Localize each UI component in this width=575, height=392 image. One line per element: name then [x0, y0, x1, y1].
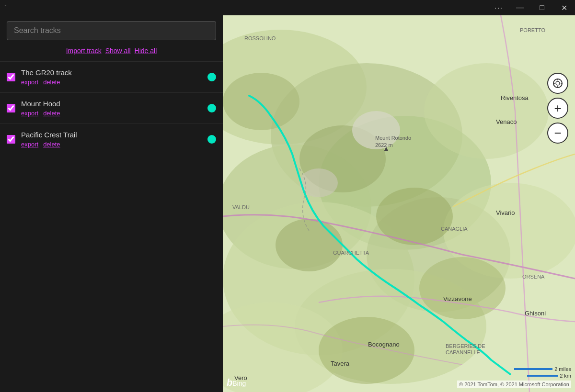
- svg-point-20: [556, 81, 560, 85]
- svg-point-4: [319, 116, 491, 250]
- map-place-label: BERGERIES DE: [446, 343, 485, 349]
- map-place-label: Tavera: [331, 360, 349, 367]
- map-place-label: ROSSOLINO: [244, 35, 276, 41]
- search-input[interactable]: [7, 21, 216, 40]
- track-name: Mount Hood: [21, 100, 202, 108]
- track-links: exportdelete: [21, 110, 202, 117]
- export-track-button[interactable]: export: [21, 141, 38, 148]
- titlebar: ˅ ··· — □ ✕: [0, 0, 575, 15]
- mountain-marker: ▲: [383, 145, 390, 152]
- svg-point-16: [319, 317, 414, 384]
- track-actions: Import track Show all Hide all: [0, 45, 223, 61]
- export-track-button[interactable]: export: [21, 78, 38, 86]
- import-track-button[interactable]: Import track: [66, 47, 102, 55]
- track-item: Pacific Crest Trailexportdelete: [0, 123, 223, 155]
- close-button[interactable]: ✕: [553, 0, 575, 15]
- zoom-in-button[interactable]: +: [547, 98, 568, 119]
- minimize-button[interactable]: —: [509, 0, 531, 15]
- map-place-label: Riventosa: [501, 94, 529, 101]
- svg-point-3: [223, 145, 371, 269]
- svg-point-17: [352, 111, 400, 149]
- track-links: exportdelete: [21, 78, 202, 86]
- map-place-label: Bocognano: [368, 341, 400, 348]
- track-name: The GR20 track: [21, 68, 202, 77]
- svg-point-13: [276, 219, 343, 271]
- svg-rect-0: [223, 15, 575, 392]
- delete-track-button[interactable]: delete: [43, 78, 60, 86]
- scale-km-label: 2 km: [560, 373, 571, 379]
- map-place-label: VALDU: [232, 204, 250, 210]
- delete-track-button[interactable]: delete: [43, 141, 60, 148]
- scale-miles-bar: [514, 368, 552, 370]
- bing-logo: bBing: [227, 377, 246, 388]
- track-checkbox[interactable]: [7, 135, 15, 144]
- track-color-dot: [207, 73, 216, 81]
- map-background: ROSSOLINOPORETTORiventosaVenacoMount Rot…: [223, 15, 575, 392]
- map-area: ROSSOLINOPORETTORiventosaVenacoMount Rot…: [223, 15, 575, 392]
- maximize-button[interactable]: □: [531, 0, 553, 15]
- scale-miles: 2 miles: [514, 366, 571, 372]
- main-content: Import track Show all Hide all The GR20 …: [0, 15, 575, 392]
- zoom-out-button[interactable]: −: [547, 123, 568, 144]
- svg-point-11: [223, 73, 299, 130]
- hide-all-button[interactable]: Hide all: [135, 47, 157, 55]
- svg-point-12: [299, 125, 386, 192]
- map-controls: + −: [547, 73, 568, 144]
- track-name: Pacific Crest Trail: [21, 131, 202, 139]
- show-all-button[interactable]: Show all: [105, 47, 131, 55]
- chevron-icon: ˅: [0, 4, 11, 11]
- map-place-label: ORSENA: [522, 274, 544, 280]
- track-info: Mount Hoodexportdelete: [21, 100, 202, 117]
- scale-km-bar: [527, 375, 558, 377]
- map-place-label: PORETTO: [520, 27, 545, 33]
- map-attribution: © 2021 TomTom, © 2021 Microsoft Corporat…: [457, 381, 571, 388]
- svg-point-5: [223, 202, 414, 355]
- map-place-label: Ghisoni: [525, 310, 546, 317]
- svg-point-18: [299, 168, 338, 197]
- scale-km: 2 km: [527, 373, 571, 379]
- delete-track-button[interactable]: delete: [43, 110, 60, 117]
- map-place-label: CAPANNELLE: [446, 349, 480, 355]
- svg-point-7: [424, 63, 549, 159]
- track-item: Mount Hoodexportdelete: [0, 92, 223, 123]
- map-scale: 2 miles 2 km: [514, 366, 571, 379]
- search-bar-wrapper: [0, 15, 223, 45]
- svg-point-14: [376, 188, 453, 245]
- map-place-label: 2622 m: [375, 142, 393, 148]
- track-links: exportdelete: [21, 141, 202, 148]
- svg-point-15: [419, 257, 506, 319]
- svg-point-6: [367, 197, 510, 312]
- map-place-label: Venaco: [496, 118, 517, 125]
- svg-point-8: [443, 183, 575, 279]
- svg-point-9: [295, 269, 486, 384]
- track-info: The GR20 trackexportdelete: [21, 68, 202, 86]
- map-place-label: CANAGLIA: [441, 226, 468, 232]
- map-place-label: Vizzavone: [443, 295, 472, 302]
- sidebar: Import track Show all Hide all The GR20 …: [0, 15, 223, 392]
- track-color-dot: [207, 135, 216, 144]
- svg-point-1: [223, 30, 367, 145]
- map-place-label: Mount Rotondo: [375, 135, 411, 141]
- track-info: Pacific Crest Trailexportdelete: [21, 131, 202, 148]
- map-place-label: GUARCHETTA: [333, 250, 369, 256]
- track-color-dot: [207, 104, 216, 112]
- track-checkbox[interactable]: [7, 104, 15, 112]
- svg-point-2: [271, 63, 462, 207]
- track-list: The GR20 trackexportdeleteMount Hoodexpo…: [0, 61, 223, 392]
- locate-button[interactable]: [547, 73, 568, 94]
- map-place-label: Vivario: [496, 209, 515, 216]
- scale-miles-label: 2 miles: [554, 366, 571, 372]
- track-checkbox[interactable]: [7, 73, 15, 81]
- more-options-icon: ···: [489, 4, 509, 11]
- export-track-button[interactable]: export: [21, 110, 38, 117]
- track-item: The GR20 trackexportdelete: [0, 61, 223, 92]
